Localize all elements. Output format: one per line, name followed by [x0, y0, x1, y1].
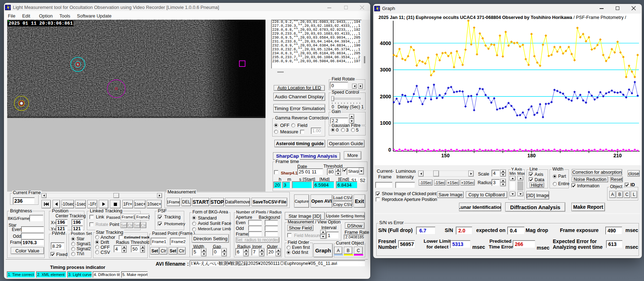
- svg-text:210: 210: [614, 153, 622, 158]
- svg-text:2000: 2000: [380, 94, 391, 99]
- svg-text:1000: 1000: [380, 120, 391, 126]
- svg-text:0: 0: [388, 147, 391, 153]
- svg-text:3000: 3000: [380, 67, 391, 73]
- svg-text:180: 180: [527, 153, 536, 158]
- svg-text:4000: 4000: [380, 40, 391, 46]
- svg-text:2025 Jan 11; (31) Euphrosyne o: 2025 Jan 11; (31) Euphrosyne occults UCA…: [379, 15, 626, 20]
- svg-text:150: 150: [441, 153, 450, 158]
